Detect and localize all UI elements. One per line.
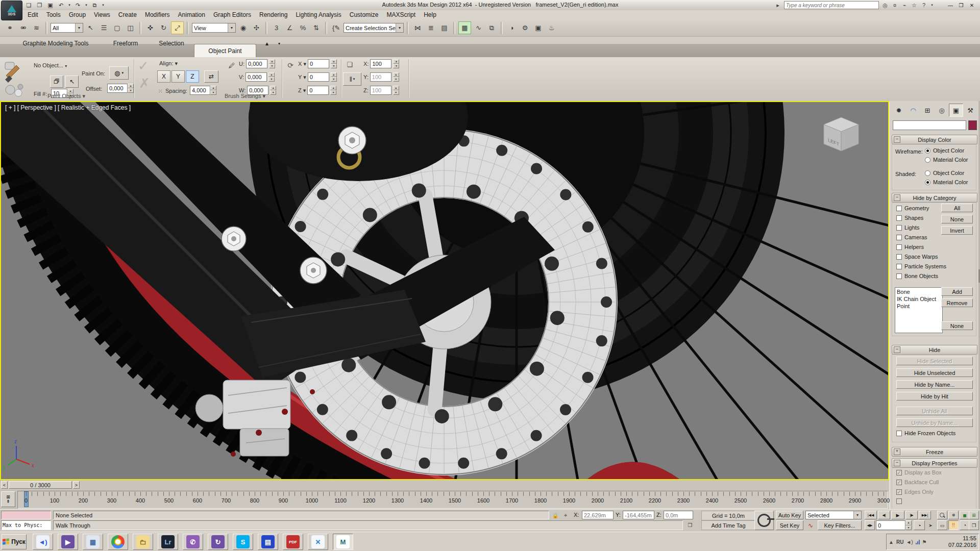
edit-named-selection-sets-icon[interactable]: {✎ [330,22,342,34]
menu-item-rendering[interactable]: Rendering [255,10,291,19]
snaps-toggle-icon[interactable]: 3 [271,22,282,34]
angle-snap-icon[interactable]: ∠ [284,22,296,34]
zoom-extents-all-icon[interactable]: ⊞ [969,511,979,519]
subscription-key-icon[interactable]: ¤ [891,2,898,8]
viewport-label[interactable]: [ + ] [ Perspective ] [ Realistic + Edge… [5,104,131,111]
maxscript-mini-listener-pink[interactable] [1,511,51,519]
checkbox-bone-objects[interactable]: Bone Objects [896,273,938,279]
render-setup-icon[interactable]: ⚙ [519,22,531,34]
category-list-item[interactable]: Point [897,303,941,310]
coord-z-field[interactable]: 0,0m [664,511,693,519]
category-exclusion-list[interactable]: BoneIK Chain ObjectPoint [895,287,943,333]
menu-item-modifiers[interactable]: Modifiers [141,10,174,19]
scale-col-spinner-1[interactable]: ▲▼ [393,72,399,82]
offset-field[interactable]: 0,000 [107,84,128,93]
taskbar-app-lightroom-icon[interactable]: Lr [158,534,178,550]
undo-dropdown-icon[interactable]: ▾ [67,1,71,9]
maximize-viewport-toggle-icon[interactable]: ❒ [969,520,979,530]
select-and-scale-icon[interactable]: ⤢ [171,21,184,34]
uvw-col-spinner-2[interactable]: ▲▼ [270,86,276,95]
flip-axis-icon[interactable]: ⇄ [204,70,218,83]
menu-item-customize[interactable]: Customize [346,10,383,19]
uvw-col-field-0[interactable]: 0,000 [246,59,267,68]
object-name-field[interactable] [893,120,966,130]
select-and-link-icon[interactable]: ⚭ [4,22,16,34]
mini-curve-editor-icon[interactable]: ⊠⇞ [1,491,15,507]
scale-col-field-1[interactable]: 100 [370,72,391,82]
tab-create-icon[interactable]: ✹ [892,104,906,117]
redo-dropdown-icon[interactable]: ▾ [84,1,88,9]
previous-frame-arrow[interactable]: < [1,481,8,489]
checkbox-particle-systems[interactable]: Particle Systems [896,263,946,269]
uvw-col-field-1[interactable]: 0,000 [246,72,267,82]
commit-paint-icon[interactable]: ✓ [138,59,149,72]
taskbar-app-utorrent-icon[interactable]: ↻ [208,534,228,550]
new-key-default-icon[interactable]: ∿ [805,521,816,530]
tab-freeform[interactable]: Freeform [102,37,149,50]
taskbar-app-calculator-icon[interactable]: ▦ [83,534,103,550]
paint-object-dropdown[interactable]: No Object... ▾ [34,62,67,68]
tab-modify-icon[interactable]: ◠ [906,104,920,117]
menu-item-edit[interactable]: Edit [23,10,42,19]
taskbar-app-file-explorer-icon[interactable]: 🗀 [133,534,153,550]
zoom-extents-icon[interactable]: ◼ [960,511,970,519]
menu-item-graph-editors[interactable]: Graph Editors [209,10,255,19]
taskbar-app-chrome-icon[interactable] [108,534,128,550]
scale-lock-dropdown[interactable]: ⫼▾ [343,72,361,86]
tray-flag-icon[interactable]: ⚑ [922,539,927,545]
uvw-col-field-2[interactable]: 0,000 [247,86,268,95]
schematic-view-icon[interactable]: ⧉ [486,22,498,34]
favorites-star-icon[interactable]: ☆ [911,2,918,9]
viewport-canvas[interactable]: x y z LEFT [1,102,888,479]
next-frame-arrow[interactable]: > [73,481,80,489]
align-icon[interactable]: ≣ [425,22,437,34]
frame-field-spinner[interactable]: ▲▼ [905,520,912,530]
checkbox-cameras[interactable]: Cameras [896,234,927,240]
select-by-name-icon[interactable]: ☰ [98,22,110,34]
project-folder-icon[interactable]: ⧉ [90,1,99,9]
taskbar-app-viber-icon[interactable]: ✆ [183,534,203,550]
next-frame-icon[interactable]: |▶ [905,511,918,519]
maxscript-mini-listener[interactable]: Max to Physc: [1,520,51,530]
edit-object-list-icon[interactable]: 🗇 [50,76,63,88]
application-menu-button[interactable]: 3DS [1,1,22,20]
tab-display-icon[interactable]: ▣ [949,104,963,117]
selection-set-dropdown[interactable]: Selected▼ [805,511,862,519]
rot-col-field-0[interactable]: 0 [308,59,329,68]
restore-button[interactable]: ❐ [957,2,965,9]
graphite-ribbon-toggle-icon[interactable]: ▦ [458,21,471,34]
tray-expand-icon[interactable]: ▲ [889,539,894,545]
unlink-selection-icon[interactable]: ⚮ [17,22,29,34]
spinner-snap-icon[interactable]: ⇅ [310,22,322,34]
language-indicator[interactable]: RU [896,539,903,545]
walk-through-icon[interactable]: !! [948,520,959,530]
hide-by-name-button[interactable]: Hide by Name... [896,380,973,389]
select-and-move-icon[interactable]: ✜ [144,22,156,34]
category-invert-button[interactable]: Invert [941,226,973,235]
absolute-mode-icon[interactable]: ⌖ [561,512,570,519]
taskbar-clock[interactable]: 11:55 07.02.2016 [948,535,976,548]
menu-item-animation[interactable]: Animation [174,10,209,19]
layer-manager-icon[interactable]: ▤ [438,22,450,34]
tray-volume-icon[interactable]: ◄) [906,539,913,545]
search-input[interactable] [784,1,879,9]
communication-center-icon[interactable]: ⌁ [901,2,908,9]
selection-filter-dropdown[interactable]: All▼ [51,23,83,33]
mirror-icon[interactable]: ⋈ [412,22,424,34]
offset-spinner[interactable]: ▲▼ [128,84,134,93]
scale-col-field-2[interactable]: 100 [370,86,391,95]
menu-item-lighting-analysis[interactable]: Lighting Analysis [291,10,345,19]
rollout-freeze[interactable]: +Freeze [892,447,977,457]
coord-x-field[interactable]: 22,629m [582,511,614,519]
scale-col-spinner-2[interactable]: ▲▼ [393,86,399,95]
start-button[interactable]: Пуск [2,534,27,549]
uvw-col-spinner-0[interactable]: ▲▼ [269,59,275,68]
undo-icon[interactable]: ↶ [57,1,65,9]
network-icon[interactable] [916,540,920,544]
zoom-all-icon[interactable]: ⊕ [948,511,959,519]
rot-col-spinner-1[interactable]: ▲▼ [331,72,337,82]
menu-item-group[interactable]: Group [65,10,90,19]
timeline-ruler[interactable]: 0100200300400500600700800900100011001200… [17,491,888,509]
menu-item-create[interactable]: Create [114,10,141,19]
checkbox-hide-frozen-objects[interactable]: Hide Frozen Objects [896,430,955,436]
